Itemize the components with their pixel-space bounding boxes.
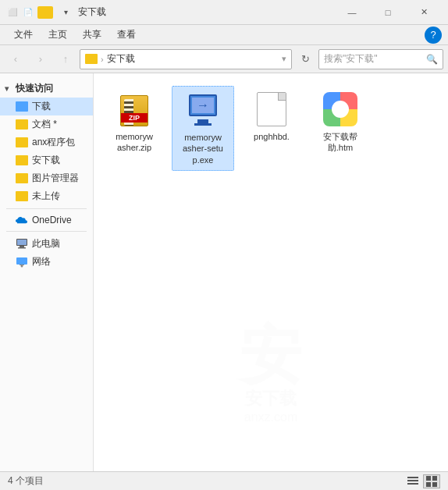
search-icon[interactable]: 🔍 [426, 54, 438, 65]
sidebar-network-label: 网络 [32, 255, 51, 268]
sidebar-quick-access-header[interactable]: ▾ 快速访问 [0, 80, 93, 98]
minimize-button[interactable]: — [334, 0, 370, 25]
svg-rect-2 [20, 246, 24, 247]
watermark: 安 安下载 anxz.com [240, 325, 302, 424]
help-button[interactable]: ? [425, 27, 442, 44]
item-count: 4 个项目 [8, 474, 44, 488]
window-controls: — □ ✕ [334, 0, 442, 25]
title-folder-icon [37, 6, 53, 19]
file-icon-doc [253, 91, 290, 128]
sidebar-item-docs[interactable]: 文档 * [0, 115, 93, 133]
svg-rect-4 [16, 257, 27, 265]
svg-rect-13 [432, 482, 437, 487]
address-bar[interactable]: › 安下载 ▾ [80, 49, 292, 69]
onedrive-icon [16, 215, 28, 225]
file-item-htm[interactable]: 安下载帮 助.htm [309, 86, 372, 171]
sidebar-item-anxz-download[interactable]: 安下载 [0, 151, 93, 169]
title-bar: ⬜ 📄 ▾ 安下载 — □ ✕ [0, 0, 448, 25]
sidebar-item-anxz-label: 安下载 [32, 154, 60, 167]
zip-file-icon: ZIP [117, 92, 151, 126]
svg-rect-6 [20, 265, 24, 265]
sidebar-item-download-label: 下载 [32, 100, 51, 113]
file-icon-htm [322, 91, 359, 128]
file-item-doc[interactable]: pnghhbd. [240, 86, 303, 171]
sidebar-chevron-icon: ▾ [5, 84, 14, 93]
sidebar-item-photos-label: 图片管理器 [32, 172, 79, 185]
sidebar-item-unuploaded[interactable]: 未上传 [0, 187, 93, 205]
menu-share[interactable]: 共享 [75, 27, 109, 43]
title-dropdown-icon[interactable]: ▾ [59, 6, 72, 19]
file-label-exe: memoryw asher-setu p.exe [176, 132, 230, 165]
file-item-zip[interactable]: ZIP memoryw asher.zip [103, 86, 165, 171]
sidebar-folder-photos-icon [16, 173, 28, 183]
sidebar-folder-download-icon [16, 101, 28, 112]
htm-file-icon [323, 92, 357, 126]
address-text: 安下载 [107, 52, 135, 66]
sidebar-this-pc-label: 此电脑 [32, 237, 60, 250]
maximize-button[interactable]: □ [370, 0, 406, 25]
main-area: ▾ 快速访问 下载 文档 * anx程序包 安下载 图片管理器 未上传 [0, 73, 448, 471]
sidebar-item-docs-label: 文档 * [32, 118, 57, 131]
files-grid: ZIP memoryw asher.zip → [94, 73, 448, 183]
up-button[interactable]: ↑ [55, 48, 76, 70]
sidebar-onedrive-label: OneDrive [32, 215, 72, 225]
sidebar-item-photos[interactable]: 图片管理器 [0, 169, 93, 187]
svg-rect-7 [407, 477, 418, 478]
svg-rect-1 [17, 240, 27, 245]
file-area: 安 安下载 anxz.com ZIP memoryw asher.zip [94, 73, 448, 471]
sidebar-divider-1 [6, 208, 87, 209]
toolbar: ‹ › ↑ › 安下载 ▾ ↻ 搜索"安下载" 🔍 [0, 45, 448, 73]
title-bar-icons: ⬜ 📄 ▾ [6, 6, 72, 19]
sidebar-item-onedrive[interactable]: OneDrive [0, 212, 93, 228]
this-pc-icon [16, 239, 28, 250]
menu-view[interactable]: 查看 [109, 27, 144, 43]
file-item-exe[interactable]: → memoryw asher-setu p.exe [172, 86, 234, 171]
svg-rect-11 [432, 476, 437, 481]
sidebar-item-this-pc[interactable]: 此电脑 [0, 235, 93, 253]
svg-rect-3 [18, 247, 26, 249]
sidebar-divider-2 [6, 231, 87, 232]
address-separator: › [101, 55, 104, 64]
title-icon-1: ⬜ [6, 6, 19, 19]
search-placeholder: 搜索"安下载" [324, 52, 426, 66]
address-chevron-icon[interactable]: ▾ [282, 54, 286, 64]
back-button[interactable]: ‹ [5, 48, 27, 70]
menu-file[interactable]: 文件 [6, 27, 41, 43]
refresh-button[interactable]: ↻ [295, 49, 315, 69]
list-view-button[interactable] [404, 474, 421, 488]
title-icon-2: 📄 [22, 6, 34, 19]
sidebar-folder-anx-icon [16, 137, 28, 147]
watermark-symbol: 安 [240, 325, 302, 387]
sidebar-item-network[interactable]: 网络 [0, 253, 93, 271]
file-label-doc: pnghhbd. [254, 131, 290, 142]
status-bar: 4 个项目 [0, 471, 448, 490]
sidebar: ▾ 快速访问 下载 文档 * anx程序包 安下载 图片管理器 未上传 [0, 73, 94, 471]
window-title: 安下载 [78, 5, 334, 19]
doc-file-icon [257, 92, 286, 126]
menu-bar: 文件 主页 共享 查看 ? [0, 25, 448, 45]
sidebar-item-anx-label: anx程序包 [32, 136, 75, 149]
watermark-sub: anxz.com [244, 410, 297, 424]
exe-file-icon: → [186, 93, 220, 127]
file-label-htm: 安下载帮 助.htm [312, 131, 368, 154]
detail-view-button[interactable] [423, 474, 440, 488]
svg-rect-8 [407, 480, 418, 481]
sidebar-folder-docs-icon [16, 119, 28, 130]
search-box[interactable]: 搜索"安下载" 🔍 [318, 49, 443, 69]
sidebar-item-anx[interactable]: anx程序包 [0, 133, 93, 151]
svg-rect-10 [426, 476, 431, 481]
sidebar-folder-anxz-icon [16, 155, 28, 165]
file-icon-exe: → [184, 91, 222, 129]
menu-home[interactable]: 主页 [41, 27, 75, 43]
sidebar-item-download[interactable]: 下载 [0, 98, 93, 115]
sidebar-folder-unuploaded-icon [16, 191, 28, 201]
svg-rect-9 [407, 483, 418, 485]
sidebar-item-unuploaded-label: 未上传 [32, 190, 60, 203]
file-icon-zip: ZIP [116, 91, 153, 128]
address-folder-icon [85, 54, 98, 64]
view-toggle [404, 474, 440, 488]
file-label-zip: memoryw asher.zip [106, 131, 162, 154]
svg-rect-12 [426, 482, 431, 487]
close-button[interactable]: ✕ [406, 0, 442, 25]
forward-button[interactable]: › [30, 48, 52, 70]
